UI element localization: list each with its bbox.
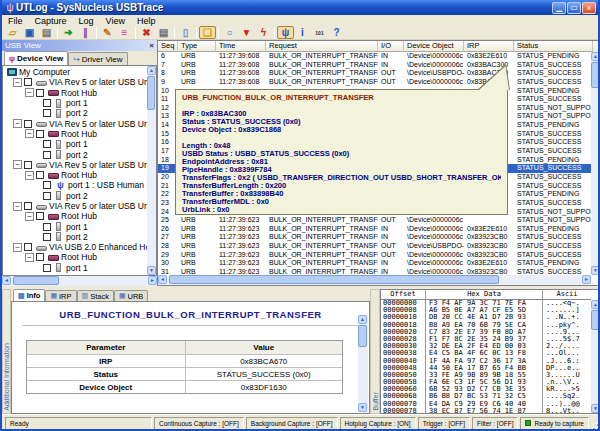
log-row[interactable]: 28URB11:27:39:623BULK_OR_INTERRUPT_TRANS… xyxy=(158,242,591,251)
expander-icon[interactable]: − xyxy=(25,88,34,97)
checkbox[interactable] xyxy=(43,192,51,200)
scroll-up-icon[interactable]: ▲ xyxy=(591,52,600,61)
buffer-strip[interactable]: Buffer xyxy=(370,289,380,414)
tree-item[interactable]: −Root Hub xyxy=(3,88,147,98)
tree-item[interactable]: port 2 xyxy=(3,149,147,159)
checkbox[interactable] xyxy=(36,212,44,220)
export-log-button[interactable]: ▤ xyxy=(38,26,55,39)
column-header-seq[interactable]: Seq xyxy=(158,41,178,52)
checkbox[interactable] xyxy=(43,264,51,272)
tree-item[interactable]: −VIA Rev 5 or later USB Universal Host C xyxy=(3,160,147,170)
log-horizontal-scrollbar[interactable]: ◄ ► xyxy=(158,275,591,285)
tooltip-toggle-button[interactable]: ❏ xyxy=(199,26,216,39)
expander-icon[interactable]: − xyxy=(13,160,22,169)
log-row[interactable]: 9URB11:27:39:608BULK_OR_INTERRUPT_TRANSF… xyxy=(158,78,591,87)
trigger-button[interactable]: ϟ xyxy=(255,26,272,39)
tree-item[interactable]: −VIA Rev 5 or later USB Universal Host C xyxy=(3,118,147,128)
tree-item[interactable]: port 1 xyxy=(3,139,147,149)
close-icon[interactable]: × xyxy=(149,40,154,51)
tree-item[interactable]: port 2 xyxy=(3,108,147,118)
tree-item[interactable]: port 2 xyxy=(3,191,147,201)
log-row[interactable]: 30URB11:27:39:623BULK_OR_INTERRUPT_TRANS… xyxy=(158,259,591,268)
log-vertical-scrollbar[interactable]: ▲ ▼ xyxy=(591,52,600,275)
tab-irp[interactable]: ▦IRP xyxy=(45,290,76,301)
checkbox[interactable] xyxy=(24,202,32,210)
column-header-io[interactable]: I/O xyxy=(378,41,404,52)
search-button[interactable]: ○ xyxy=(221,26,238,39)
tab-stack[interactable]: ▥Stack xyxy=(77,290,114,301)
expander-icon[interactable]: − xyxy=(25,253,34,262)
checkbox[interactable] xyxy=(43,181,51,189)
tree-item[interactable]: −Root Hub xyxy=(3,170,147,180)
checkbox[interactable] xyxy=(36,130,44,138)
restore-button[interactable]: ▭ xyxy=(567,2,581,14)
expander-icon[interactable]: − xyxy=(25,129,34,138)
tab-driver-view[interactable]: ↪Driver View xyxy=(68,52,127,65)
checkbox[interactable] xyxy=(24,161,32,169)
checkbox[interactable] xyxy=(36,171,44,179)
scroll-up-icon[interactable]: ▲ xyxy=(358,315,367,324)
expander-icon[interactable]: − xyxy=(25,171,34,180)
tree-item[interactable]: −VIA Rev 5 or later USB Universal Host C xyxy=(3,77,147,87)
save-log-button[interactable]: ▣ xyxy=(21,26,38,39)
expander-icon[interactable]: − xyxy=(13,243,22,252)
checkbox[interactable] xyxy=(43,223,51,231)
checkbox[interactable] xyxy=(43,151,51,159)
tree-item[interactable]: −Root Hub xyxy=(3,252,147,262)
checkbox[interactable] xyxy=(43,140,51,148)
scroll-thumb[interactable] xyxy=(169,275,499,284)
expander-icon[interactable]: − xyxy=(25,212,34,221)
checkbox[interactable] xyxy=(43,109,51,117)
log-row[interactable]: 8URB11:27:39:608BULK_OR_INTERRUPT_TRANSF… xyxy=(158,69,591,78)
filter-button[interactable]: ▼ xyxy=(238,26,255,39)
tab-info[interactable]: ▤Info xyxy=(13,289,45,301)
tab-urb[interactable]: ▦URB xyxy=(114,290,148,301)
hex-vertical-scrollbar[interactable]: ▲ ▼ xyxy=(591,300,600,413)
additional-information-strip[interactable]: Additional Information xyxy=(2,289,11,414)
tree-item[interactable]: −Root Hub xyxy=(3,129,147,139)
info-vertical-scrollbar[interactable]: ▲ ▼ xyxy=(358,315,368,412)
log-row[interactable]: 29URB11:27:39:623BULK_OR_INTERRUPT_TRANS… xyxy=(158,251,591,260)
minimize-button[interactable]: ▁ xyxy=(552,2,566,14)
menu-item-log[interactable]: Log xyxy=(73,16,100,26)
usb-devices-button[interactable]: ψ xyxy=(277,26,294,39)
checkbox[interactable] xyxy=(24,120,32,128)
scroll-down-icon[interactable]: ▼ xyxy=(358,403,367,412)
scroll-up-icon[interactable]: ▲ xyxy=(591,300,600,309)
expander-icon[interactable]: − xyxy=(13,78,22,87)
column-header-deviceobject[interactable]: Device Object xyxy=(404,41,464,52)
checkbox[interactable] xyxy=(36,89,44,97)
print-button[interactable]: ▤ xyxy=(155,26,172,39)
title-bar[interactable]: ψ UTLog - SysNucleus USBTrace ▁ ▭ × xyxy=(2,0,598,15)
menu-item-view[interactable]: View xyxy=(100,16,131,26)
log-row[interactable]: 7URB11:27:39:608BULK_OR_INTERRUPT_TRANSF… xyxy=(158,61,591,70)
scroll-thumb[interactable] xyxy=(358,325,367,347)
tree-item[interactable]: ψport 1 : USB Human Interface D xyxy=(3,180,147,190)
log-options-button[interactable]: ≡ xyxy=(116,26,133,39)
log-row[interactable]: 25URB11:27:39:623BULK_OR_INTERRUPT_TRANS… xyxy=(158,216,591,225)
help-button[interactable]: ? xyxy=(328,26,345,39)
capture-options-button[interactable]: ✎ xyxy=(99,26,116,39)
log-row[interactable]: 27URB11:27:39:623BULK_OR_INTERRUPT_TRANS… xyxy=(158,233,591,242)
scroll-left-icon[interactable]: ◄ xyxy=(158,275,167,284)
expander-icon[interactable]: − xyxy=(13,119,22,128)
binary-view-button[interactable]: 101 xyxy=(311,26,328,39)
scroll-down-icon[interactable]: ▼ xyxy=(147,266,156,275)
tree-item[interactable]: port 1 xyxy=(3,263,147,273)
checkbox[interactable] xyxy=(24,78,32,86)
scroll-thumb[interactable] xyxy=(147,76,155,110)
scroll-up-icon[interactable]: ▲ xyxy=(147,66,156,75)
column-header-irp[interactable]: IRP xyxy=(464,41,514,52)
pause-capture-button[interactable]: ∥ xyxy=(77,26,94,39)
menu-item-file[interactable]: File xyxy=(2,16,29,26)
column-header-time[interactable]: Time xyxy=(216,41,266,52)
log-row[interactable]: 31URB11:27:39:623BULK_OR_INTERRUPT_TRANS… xyxy=(158,268,591,275)
close-button[interactable]: × xyxy=(582,2,596,14)
tree-item[interactable]: My Computer xyxy=(3,67,147,77)
scroll-right-icon[interactable]: ► xyxy=(148,276,157,285)
log-row[interactable]: 26URB11:27:39:623BULK_OR_INTERRUPT_TRANS… xyxy=(158,225,591,234)
log-row[interactable]: 6URB11:27:39:608BULK_OR_INTERRUPT_TRANSF… xyxy=(158,52,591,61)
tree-item[interactable]: −VIA Rev 5 or later USB Universal Host C xyxy=(3,201,147,211)
column-header-status[interactable]: Status xyxy=(514,41,593,52)
checkbox[interactable] xyxy=(43,233,51,241)
